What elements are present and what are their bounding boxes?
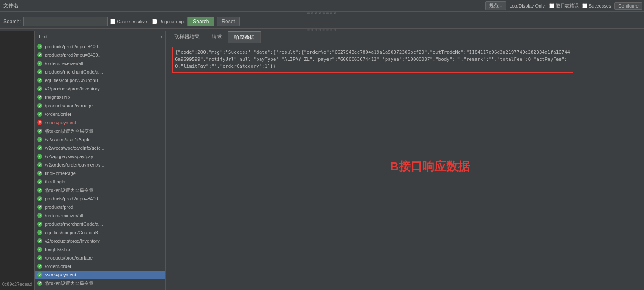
green-check-icon: ✓ (37, 222, 42, 227)
fake-log-checkbox-label[interactable]: 假日志错误 (549, 3, 579, 9)
list-item[interactable]: ✓/v2/wocs/woc/cardinfo/getc... (35, 144, 165, 152)
list-item-text: products/merchantCode/al... (45, 222, 164, 227)
green-check-icon: ✓ (37, 255, 42, 260)
list-container[interactable]: ✓products/prod?mpu=8400...✓products/prod… (35, 42, 165, 290)
list-item[interactable]: ✓equities/coupon/CouponB... (35, 228, 165, 237)
topbar-title: 文件名 (2, 2, 485, 9)
list-item-icon: ✓ (36, 52, 43, 58)
green-check-icon: ✓ (37, 86, 42, 91)
list-item[interactable]: ✓将token设置为全局变量 (35, 279, 165, 287)
list-item-text: /v2/aggpays/wspay/pay (45, 154, 164, 159)
top-bar: 文件名 规范... Log/Display Only: 假日志错误 Succes… (0, 0, 644, 12)
green-check-icon: ✓ (37, 213, 42, 218)
regular-exp-checkbox[interactable] (152, 19, 157, 24)
list-item[interactable]: ✓freights/ship (35, 93, 165, 101)
topbar-right: 规范... Log/Display Only: 假日志错误 Successes … (485, 1, 642, 10)
successes-checkbox-label[interactable]: Successes (582, 3, 611, 8)
list-item[interactable]: ✓findHomePage (35, 169, 165, 178)
case-sensitive-label[interactable]: Case sensitive (110, 19, 147, 24)
list-item[interactable]: ✓/orders/receiver/all (35, 59, 165, 68)
list-item[interactable]: ✓products/merchantCode/al... (35, 220, 165, 228)
green-check-icon: ✓ (37, 281, 42, 286)
list-item-text: v2/products/prod/inventory (45, 238, 164, 243)
green-check-icon: ✓ (37, 162, 42, 167)
configure-button[interactable]: Configure (614, 2, 642, 10)
list-item[interactable]: ✓ssoes/payment (35, 271, 165, 279)
response-highlighted-text: {"code":200,"msg":"Success","data":{"res… (172, 47, 573, 73)
green-check-icon: ✓ (37, 69, 42, 74)
search-checkbox-group: Case sensitive Regular exp. (110, 19, 185, 24)
search-button[interactable]: Search (187, 17, 214, 26)
list-item-text: /products/prod/carriage (45, 255, 164, 260)
green-check-icon: ✓ (37, 145, 42, 150)
list-item[interactable]: ✓/v2/aggpays/wspay/pay (35, 152, 165, 161)
successes-checkbox[interactable] (582, 3, 587, 8)
green-check-icon: ✓ (37, 44, 42, 49)
list-item-text: /v2/ssoes/user?iAppId (45, 137, 164, 142)
search-input[interactable] (23, 17, 108, 26)
list-item[interactable]: ✓/products/prod/carriage (35, 101, 165, 110)
list-item[interactable]: ✓/v2/ssoes/user?iAppId (35, 135, 165, 144)
main-content: 0c89c27ecead Text ▼ ✓products/prod?mpu=8… (0, 31, 644, 290)
list-item-icon: ✓ (36, 161, 43, 168)
list-item-icon: ✓ (36, 221, 43, 227)
id-sidebar: 0c89c27ecead (0, 31, 35, 290)
list-item-icon: ✗ (36, 119, 43, 126)
column-header-arrow: ▼ (159, 34, 164, 39)
list-item-icon: ✓ (36, 153, 43, 160)
fake-log-checkbox[interactable] (549, 3, 554, 8)
rule-button[interactable]: 规范... (485, 1, 506, 10)
list-item[interactable]: ✓thirdLogin (35, 178, 165, 186)
list-item[interactable]: ✓/products/prod/carriage (35, 254, 165, 262)
list-item[interactable]: ✓equities/coupon/CouponB... (35, 76, 165, 85)
list-item-icon: ✓ (36, 271, 43, 278)
list-item-text: freights/ship (45, 95, 164, 100)
green-check-icon: ✓ (37, 196, 42, 201)
green-check-icon: ✓ (37, 103, 42, 108)
list-item[interactable]: ✓products/prod?mpu=8400... (35, 51, 165, 59)
right-panel: 取样器结果请求响应数据 {"code":200,"msg":"Success",… (168, 31, 644, 290)
tab-取样器结果[interactable]: 取样器结果 (168, 31, 206, 43)
list-item-icon: ✓ (36, 85, 43, 92)
list-item[interactable]: ✓products/prod (35, 203, 165, 211)
green-check-icon: ✓ (37, 264, 42, 269)
search-bar: Search: Case sensitive Regular exp. Sear… (0, 14, 644, 29)
list-item[interactable]: ✓将token设置为全局变量 (35, 127, 165, 135)
list-item[interactable]: ✓/v2/orders/order/payment/s... (35, 161, 165, 169)
list-item[interactable]: ✓将token设置为全局变量 (35, 186, 165, 194)
list-item[interactable]: ✓/orders/order (35, 110, 165, 118)
list-item[interactable]: ✓freights/ship (35, 245, 165, 254)
tab-响应数据[interactable]: 响应数据 (228, 31, 261, 43)
list-item-text: ssoes/payment! (45, 120, 164, 125)
list-item-text: /v2/orders/order/payment/s... (45, 162, 164, 167)
tab-请求[interactable]: 请求 (206, 31, 228, 43)
case-sensitive-checkbox[interactable] (110, 19, 115, 24)
log-display-label: Log/Display Only: (510, 3, 546, 8)
green-check-icon: ✓ (37, 247, 42, 252)
green-check-icon: ✓ (37, 61, 42, 66)
list-item[interactable]: ✓v2/products/prod/inventory (35, 237, 165, 245)
list-item-icon: ✓ (36, 204, 43, 211)
list-item[interactable]: ✓products/prod?mpu=8400... (35, 42, 165, 51)
list-item-icon: ✓ (36, 77, 43, 84)
list-item[interactable]: ✓products/prod?mpu=8400... (35, 194, 165, 203)
reset-button[interactable]: Reset (217, 17, 239, 26)
list-item[interactable]: ✓products/merchantCode/al... (35, 68, 165, 76)
green-check-icon: ✓ (37, 230, 42, 235)
list-item-icon: ✓ (36, 238, 43, 244)
list-item-icon: ✓ (36, 280, 43, 287)
list-item-text: products/prod?mpu=8400... (45, 52, 164, 57)
list-item[interactable]: ✗ssoes/payment! (35, 118, 165, 127)
list-item-icon: ✓ (36, 246, 43, 253)
list-item-icon: ✓ (36, 94, 43, 101)
list-item[interactable]: ✓/orders/receiver/all (35, 211, 165, 220)
regular-exp-label[interactable]: Regular exp. (152, 19, 185, 24)
list-item-text: products/prod?mpu=8400... (45, 196, 164, 201)
list-item-icon: ✓ (36, 60, 43, 67)
left-panel: Text ▼ ✓products/prod?mpu=8400...✓produc… (35, 31, 166, 290)
list-item[interactable]: ✓v2/products/prod/inventory (35, 85, 165, 93)
list-item-text: /orders/order (45, 264, 164, 269)
list-item[interactable]: ✓/orders/order (35, 262, 165, 271)
green-check-icon: ✓ (37, 95, 42, 100)
list-item-icon: ✓ (36, 43, 43, 50)
